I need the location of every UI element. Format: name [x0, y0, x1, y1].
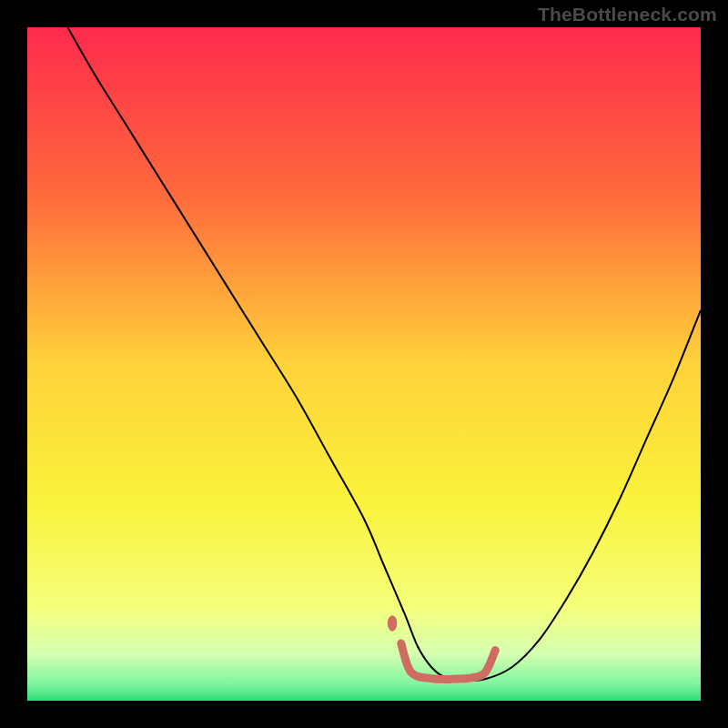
chart-stage: TheBottleneck.com [0, 0, 728, 728]
chart-canvas [0, 0, 728, 728]
series-highlight-dot-point [388, 615, 398, 632]
